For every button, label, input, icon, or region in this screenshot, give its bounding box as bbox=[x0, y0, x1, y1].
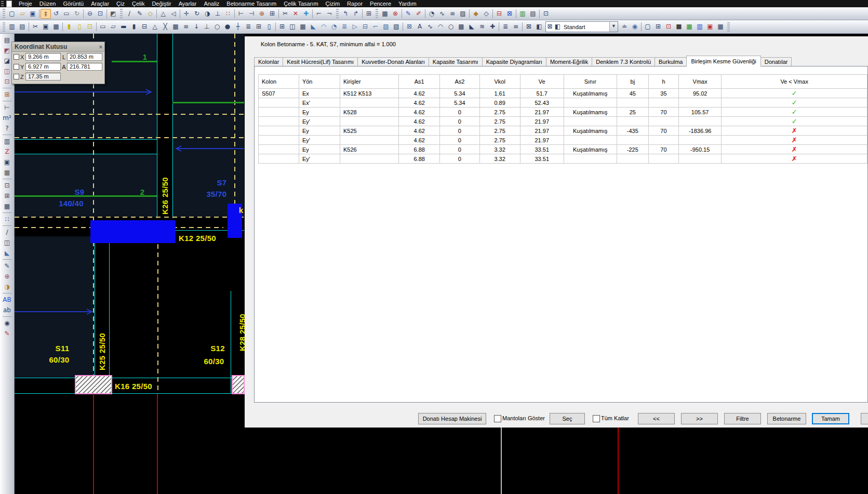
elevator-icon[interactable]: ⊞ bbox=[253, 22, 264, 32]
door-icon[interactable]: ▯ bbox=[264, 22, 274, 32]
dimension-left-icon[interactable]: ⊢ bbox=[236, 9, 246, 19]
menu-item[interactable]: Çelik Tasarım bbox=[280, 0, 322, 7]
wall-icon[interactable]: ▭ bbox=[98, 22, 108, 32]
mesh-icon[interactable]: ▦ bbox=[170, 22, 181, 32]
polygon-icon[interactable]: ▩ bbox=[456, 22, 466, 32]
align-icon[interactable]: ⊥ bbox=[212, 9, 223, 19]
frame-red-icon[interactable]: ⊡ bbox=[663, 22, 674, 32]
box-red-icon[interactable]: ⊟ bbox=[494, 9, 504, 19]
next-button[interactable]: >> bbox=[681, 413, 718, 424]
dialog-tab[interactable]: Burkulma bbox=[655, 57, 687, 66]
toolbar-grip[interactable] bbox=[3, 22, 5, 32]
copy-icon[interactable]: ▣ bbox=[41, 22, 51, 32]
previous-button[interactable]: << bbox=[638, 413, 675, 424]
area-measure-icon[interactable]: m² bbox=[2, 113, 13, 123]
label-abc-icon[interactable]: ab bbox=[2, 305, 13, 315]
panel-icon[interactable]: ◫ bbox=[287, 22, 298, 32]
lock-icon[interactable]: ◆ bbox=[471, 9, 481, 19]
spring-icon[interactable]: ≋ bbox=[477, 22, 487, 32]
column2-icon[interactable]: ▮ bbox=[129, 22, 139, 32]
beam2-icon[interactable]: ▬ bbox=[118, 22, 129, 32]
spline2-icon[interactable]: ∿ bbox=[425, 22, 435, 32]
close-icon[interactable]: ✕ bbox=[97, 44, 104, 50]
stairs-alt-icon[interactable]: ↱ bbox=[351, 9, 361, 19]
dialog-tab[interactable]: Kapasite Diyagramları bbox=[482, 57, 546, 66]
toolbar-grip[interactable] bbox=[376, 9, 378, 18]
menu-item[interactable]: Çizim bbox=[322, 0, 344, 7]
offset-icon[interactable]: ≡ bbox=[447, 9, 458, 19]
table-row[interactable]: EyK5284.6202.7521.97Kuşatılmamış2570105.… bbox=[259, 108, 867, 117]
stairs-up-icon[interactable]: ↰ bbox=[340, 9, 351, 19]
brush-red-icon[interactable]: ✎ bbox=[2, 328, 13, 339]
menu-item[interactable]: Analiz bbox=[200, 0, 223, 7]
table-row[interactable]: EyK5254.6202.7521.97Kuşatılmamış-43570-1… bbox=[259, 126, 867, 136]
dome-icon[interactable]: ◠ bbox=[318, 22, 329, 32]
copy-objects-icon[interactable]: ▣ bbox=[2, 157, 13, 167]
ramp-icon[interactable]: ▷ bbox=[350, 22, 360, 32]
paint-icon[interactable]: ◑ bbox=[2, 282, 13, 292]
key-icon[interactable]: ◇ bbox=[481, 9, 491, 19]
node-icon[interactable]: ● bbox=[222, 22, 233, 32]
move-icon[interactable]: ✛ bbox=[181, 9, 192, 19]
chart-icon[interactable]: ▥ bbox=[517, 9, 528, 19]
erase-icon[interactable]: ∕ bbox=[2, 227, 13, 237]
table-xy-icon[interactable]: ⊞ bbox=[364, 9, 374, 19]
xbox-icon[interactable]: ⊠ bbox=[524, 22, 534, 32]
print-icon[interactable]: ▥ bbox=[7, 22, 17, 32]
slab-icon[interactable]: ▱ bbox=[108, 22, 118, 32]
copy-object-icon[interactable]: ⊞ bbox=[2, 191, 13, 201]
snap-cross-icon[interactable]: ✚ bbox=[301, 9, 311, 19]
storey-icon[interactable]: ≣ bbox=[243, 22, 253, 32]
redo-icon[interactable]: ↻ bbox=[72, 9, 82, 19]
paste-clipboard-icon[interactable]: ▦ bbox=[2, 167, 13, 178]
axis-marker-icon[interactable]: ‡ bbox=[41, 9, 51, 19]
circle-icon[interactable]: ○ bbox=[446, 22, 456, 32]
target-icon[interactable]: ⊗ bbox=[390, 9, 400, 19]
table-row[interactable]: Ey'4.6202.7521.97✗ bbox=[259, 136, 867, 145]
auto-label-icon[interactable]: AB bbox=[2, 295, 13, 305]
dialog-tab[interactable]: Kapasite Tasarımı bbox=[429, 57, 483, 66]
layer-style-combobox[interactable]: ⊠ ◧ Standart ▼ bbox=[545, 21, 618, 32]
toolbar-grip[interactable] bbox=[727, 22, 730, 32]
combobox-dropdown-arrow[interactable]: ▼ bbox=[609, 22, 618, 32]
concrete-design-button[interactable]: Betonarme bbox=[767, 413, 806, 424]
monitor-icon[interactable]: ■ bbox=[674, 22, 684, 32]
trim-icon[interactable]: ✂ bbox=[280, 9, 290, 19]
zoom-window-icon[interactable]: ⊡ bbox=[95, 9, 105, 19]
dialog-tab[interactable]: Denklem 7.3 Kontrolü bbox=[592, 57, 655, 66]
steel-profile-icon[interactable]: ⌐ bbox=[370, 22, 381, 32]
dialog-tab[interactable]: Kesit Hücresi(Lif) Tasarımı bbox=[283, 57, 358, 66]
hinge-icon[interactable]: ○ bbox=[212, 22, 222, 32]
save-icon[interactable]: ▣ bbox=[28, 9, 38, 19]
rebar-icon[interactable]: ≡ bbox=[181, 22, 191, 32]
perspective-icon[interactable]: ◣ bbox=[2, 248, 13, 258]
map-sheet-icon[interactable]: ▧ bbox=[391, 22, 402, 32]
terrain-icon[interactable]: ▨ bbox=[381, 22, 391, 32]
dialog-tab[interactable]: Kuvvetler-Donatı Alanları bbox=[357, 57, 429, 66]
truss-icon[interactable]: △ bbox=[150, 22, 160, 32]
sheet-icon[interactable]: ▤ bbox=[528, 9, 538, 19]
mirror-icon[interactable]: ◑ bbox=[202, 9, 212, 19]
text-icon[interactable]: A bbox=[415, 22, 425, 32]
arc-icon[interactable]: ◠ bbox=[435, 22, 446, 32]
foundation-icon[interactable]: ⊟ bbox=[139, 22, 150, 32]
table-row[interactable]: S507ExK512 K5134.625.341.6151.7Kuşatılma… bbox=[259, 89, 867, 98]
menu-item[interactable]: Görüntü bbox=[59, 0, 87, 7]
load-icon[interactable]: ↓ bbox=[191, 22, 202, 32]
menu-item[interactable]: Araçlar bbox=[87, 0, 113, 7]
brace-icon[interactable]: ╳ bbox=[160, 22, 170, 32]
menubar-grip[interactable] bbox=[1, 1, 4, 6]
chamfer-icon[interactable]: ¬ bbox=[324, 9, 335, 19]
table-row[interactable]: Ey'6.8803.3233.51✗ bbox=[259, 154, 867, 164]
new-file-icon[interactable]: ▢ bbox=[7, 9, 17, 19]
arc-compass-icon[interactable]: ◁ bbox=[168, 9, 179, 19]
node-marker-icon[interactable]: ◇ bbox=[145, 9, 155, 19]
menu-item[interactable]: Betonarme Tasarım bbox=[223, 0, 280, 7]
weld-icon[interactable]: ⊕ bbox=[257, 9, 267, 19]
redo-frame-icon[interactable]: ▭ bbox=[61, 9, 72, 19]
select-button[interactable]: Seç bbox=[550, 413, 585, 424]
compass-icon[interactable]: △ bbox=[158, 9, 168, 19]
table-row[interactable]: Ey'4.6202.7521.97✓ bbox=[259, 117, 867, 126]
layer-list-icon[interactable]: ≣ bbox=[500, 22, 511, 32]
layer-lock-icon[interactable]: ◧ bbox=[534, 22, 544, 32]
